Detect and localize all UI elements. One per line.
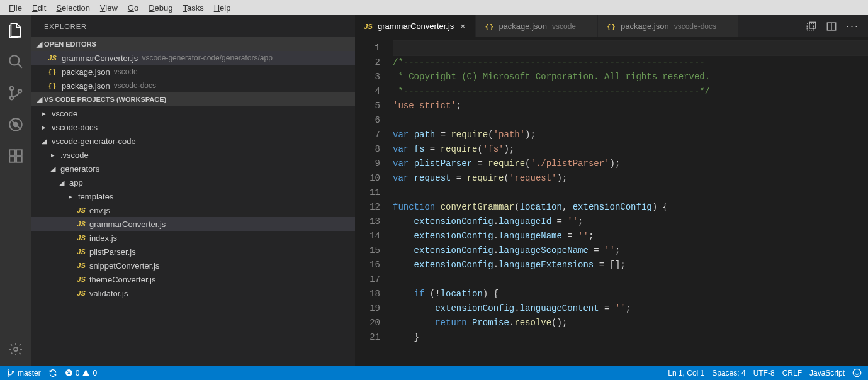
status-bar: master 0 0 Ln 1, Col 1 Spaces: 4 UTF-8 C…	[0, 366, 868, 380]
split-editor-icon[interactable]	[826, 21, 837, 32]
indent-status[interactable]: Spaces: 4	[712, 369, 745, 377]
svg-rect-11	[807, 23, 814, 30]
svg-point-5	[14, 123, 18, 127]
svg-point-3	[18, 89, 21, 92]
svg-point-1	[10, 87, 13, 90]
close-icon[interactable]: ×	[458, 21, 468, 31]
menu-help[interactable]: Help	[209, 2, 236, 14]
code-content[interactable]: /*--------------------------------------…	[393, 37, 868, 366]
twisty-icon: ◢	[48, 165, 58, 173]
search-icon[interactable]	[7, 53, 25, 70]
menu-view[interactable]: View	[95, 2, 123, 14]
gear-icon[interactable]	[7, 340, 25, 358]
twisty-icon: ▸	[39, 109, 49, 118]
editor-tab[interactable]: JSgrammarConverter.js×	[355, 15, 476, 37]
js-file-icon: JS	[76, 289, 87, 297]
svg-point-16	[12, 371, 13, 372]
tree-folder[interactable]: ▸.vscode	[31, 148, 355, 162]
more-icon[interactable]: ···	[846, 20, 859, 33]
explorer-icon[interactable]	[7, 21, 25, 39]
tree-folder[interactable]: ▸vscode	[31, 106, 355, 120]
tree-file[interactable]: JSthemeConverter.js	[31, 272, 355, 286]
menu-file[interactable]: File	[4, 2, 27, 14]
json-file-icon: { }	[483, 23, 495, 30]
menu-edit[interactable]: Edit	[27, 2, 51, 14]
json-file-icon: { }	[47, 82, 58, 89]
js-file-icon: JS	[76, 276, 87, 283]
menu-debug[interactable]: Debug	[144, 2, 178, 14]
debug-icon[interactable]	[7, 116, 25, 133]
js-file-icon: JS	[47, 54, 58, 62]
chevron-down-icon: ◢	[34, 95, 44, 104]
tree-folder[interactable]: ◢generators	[31, 162, 355, 176]
editor-tab[interactable]: { }package.jsonvscode×	[476, 15, 598, 37]
open-editor-item[interactable]: { }package.jsonvscode-docs	[31, 79, 355, 92]
sync-icon[interactable]	[48, 369, 57, 377]
source-control-icon[interactable]	[7, 84, 25, 102]
svg-rect-7	[9, 157, 15, 162]
language-status[interactable]: JavaScript	[809, 369, 845, 377]
twisty-icon: ▸	[65, 193, 76, 201]
svg-point-18	[853, 369, 861, 377]
file-tree: ▸vscode▸vscode-docs◢vscode-generator-cod…	[31, 106, 355, 366]
main-area: EXPLORER ◢ OPEN EDITORS JSgrammarConvert…	[0, 15, 868, 366]
menu-selection[interactable]: Selection	[51, 2, 94, 14]
cursor-position[interactable]: Ln 1, Col 1	[668, 369, 704, 377]
tree-folder[interactable]: ◢vscode-generator-code	[31, 134, 355, 148]
encoding-status[interactable]: UTF-8	[753, 369, 775, 377]
line-gutter: 123456789101112131415161718192021	[355, 37, 393, 366]
js-file-icon: JS	[76, 248, 87, 255]
editor-tab[interactable]: { }package.jsonvscode-docs×	[598, 15, 738, 37]
tree-file[interactable]: JSvalidator.js	[31, 286, 355, 300]
extensions-icon[interactable]	[7, 147, 25, 165]
twisty-icon: ▸	[48, 151, 58, 159]
svg-point-14	[8, 369, 9, 371]
js-file-icon: JS	[76, 206, 87, 214]
open-editors-label: OPEN EDITORS	[44, 40, 96, 48]
menu-tasks[interactable]: Tasks	[178, 2, 208, 14]
js-file-icon: JS	[76, 234, 87, 242]
svg-point-10	[14, 347, 18, 351]
svg-rect-9	[16, 150, 22, 155]
editor-tabs: JSgrammarConverter.js×{ }package.jsonvsc…	[355, 15, 868, 37]
twisty-icon: ◢	[39, 137, 49, 145]
tree-file[interactable]: JSenv.js	[31, 203, 355, 217]
tree-file[interactable]: JSsnippetConverter.js	[31, 259, 355, 272]
editor-body[interactable]: 123456789101112131415161718192021 /*----…	[355, 37, 868, 366]
js-file-icon: JS	[363, 23, 374, 30]
svg-point-2	[10, 96, 13, 99]
open-editor-item[interactable]: JSgrammarConverter.jsvscode-generator-co…	[31, 51, 355, 65]
open-editors-header[interactable]: ◢ OPEN EDITORS	[31, 37, 355, 51]
json-file-icon: { }	[47, 68, 58, 75]
svg-rect-8	[16, 157, 22, 162]
js-file-icon: JS	[76, 262, 87, 269]
open-editor-item[interactable]: { }package.jsonvscode	[31, 65, 355, 79]
feedback-icon[interactable]	[852, 368, 862, 377]
js-file-icon: JS	[76, 220, 87, 228]
chevron-down-icon: ◢	[34, 40, 44, 48]
svg-point-0	[9, 55, 19, 65]
tree-folder[interactable]: ▸templates	[31, 189, 355, 203]
workspace-header[interactable]: ◢ VS CODE PROJECTS (WORKSPACE)	[31, 92, 355, 106]
svg-rect-6	[9, 150, 15, 155]
tree-file[interactable]: JSplistParser.js	[31, 245, 355, 259]
compare-icon[interactable]	[806, 21, 817, 32]
svg-point-15	[8, 374, 9, 376]
editor-area: JSgrammarConverter.js×{ }package.jsonvsc…	[355, 15, 868, 366]
open-editors-list: JSgrammarConverter.jsvscode-generator-co…	[31, 51, 355, 92]
workspace-label: VS CODE PROJECTS (WORKSPACE)	[44, 96, 166, 103]
tree-file[interactable]: JSindex.js	[31, 231, 355, 245]
tree-file[interactable]: JSgrammarConverter.js	[31, 217, 355, 231]
menubar: FileEditSelectionViewGoDebugTasksHelp	[0, 0, 868, 15]
tree-folder[interactable]: ◢app	[31, 176, 355, 189]
menu-go[interactable]: Go	[123, 2, 144, 14]
sidebar-title: EXPLORER	[31, 15, 355, 37]
git-branch[interactable]: master	[6, 369, 41, 377]
twisty-icon: ▸	[39, 123, 49, 131]
tree-folder[interactable]: ▸vscode-docs	[31, 120, 355, 134]
activity-bar	[0, 15, 31, 366]
problems-status[interactable]: 0 0	[65, 369, 97, 377]
twisty-icon: ◢	[57, 179, 67, 187]
eol-status[interactable]: CRLF	[782, 369, 802, 377]
svg-rect-12	[809, 22, 816, 28]
